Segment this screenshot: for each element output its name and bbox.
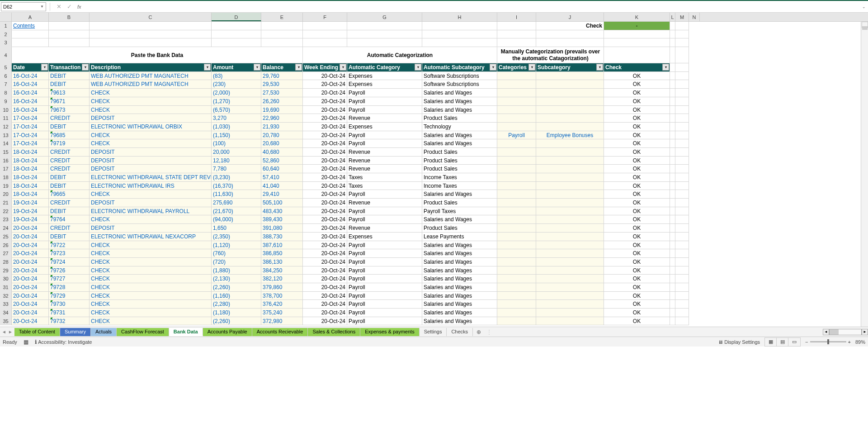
cell-txn[interactable]: 79764	[49, 215, 90, 224]
cell-auto-cat[interactable]: Payroll	[347, 241, 422, 250]
header-date[interactable]: Date▾	[12, 63, 49, 72]
cell-week[interactable]: 20-Oct-24	[303, 309, 347, 317]
cell[interactable]	[675, 241, 689, 250]
cell[interactable]	[675, 300, 689, 309]
sheet-tab-cashflow-forecast[interactable]: CashFlow Forecast	[117, 328, 169, 336]
cell[interactable]	[604, 38, 670, 47]
cell-auto-sub[interactable]: Salaries and Wages	[422, 97, 497, 106]
cell[interactable]	[303, 38, 347, 47]
cell[interactable]	[49, 38, 90, 47]
cell-amount[interactable]: (3,230)	[212, 173, 261, 182]
cell-auto-sub[interactable]: Salaries and Wages	[422, 292, 497, 300]
cell-auto-sub[interactable]: Salaries and Wages	[422, 139, 497, 148]
row-header[interactable]: 20	[0, 190, 12, 199]
cell-man-sub[interactable]	[536, 233, 604, 241]
cell[interactable]	[604, 47, 670, 63]
cell-auto-cat[interactable]: Taxes	[347, 182, 422, 190]
cell-desc[interactable]: CHECK	[90, 300, 212, 309]
cell-check[interactable]: OK	[604, 173, 670, 182]
cell[interactable]	[212, 38, 261, 47]
cell-date[interactable]: 18-Oct-24	[12, 173, 49, 182]
column-header-N[interactable]: N	[689, 13, 700, 21]
column-header-B[interactable]: B	[49, 13, 90, 21]
filter-icon[interactable]: ▾	[415, 64, 421, 71]
cell[interactable]	[303, 30, 347, 39]
cell-man-sub[interactable]	[536, 114, 604, 123]
cell-man-sub[interactable]	[536, 97, 604, 106]
cell-desc[interactable]: CHECK	[90, 97, 212, 106]
cell[interactable]	[670, 63, 675, 72]
cell-auto-cat[interactable]: Payroll	[347, 139, 422, 148]
cell-week[interactable]: 20-Oct-24	[303, 249, 347, 258]
cell[interactable]	[670, 89, 675, 97]
cell[interactable]	[675, 157, 689, 165]
cell-balance[interactable]: 20,780	[261, 131, 303, 140]
hscroll-left-icon[interactable]: ◄	[823, 329, 829, 335]
cell[interactable]	[670, 207, 675, 216]
cell[interactable]	[12, 30, 49, 39]
row-header[interactable]: 10	[0, 106, 12, 114]
cell-auto-cat[interactable]: Revenue	[347, 165, 422, 173]
cell[interactable]	[670, 182, 675, 190]
cell-txn[interactable]: CREDIT	[49, 165, 90, 173]
cell-man-sub[interactable]	[536, 275, 604, 283]
row-header[interactable]: 21	[0, 199, 12, 207]
filter-icon[interactable]: ▾	[528, 64, 535, 71]
cell-auto-sub[interactable]: Salaries and Wages	[422, 249, 497, 258]
row-header[interactable]: 33	[0, 300, 12, 309]
cell-auto-cat[interactable]: Revenue	[347, 114, 422, 123]
cell-man-sub[interactable]	[536, 207, 604, 216]
header-subcategory[interactable]: Subcategory▾	[536, 63, 604, 72]
column-header-C[interactable]: C	[90, 13, 212, 21]
cell-check[interactable]: OK	[604, 199, 670, 207]
cell-check[interactable]: OK	[604, 80, 670, 89]
vertical-scrollbar[interactable]	[861, 22, 868, 327]
cell-check[interactable]: OK	[604, 258, 670, 266]
cell-man-sub[interactable]: Employee Bonuses	[536, 131, 604, 140]
cell-txn[interactable]: CREDIT	[49, 148, 90, 157]
fx-icon[interactable]: fx	[75, 4, 84, 10]
cell-man-cat[interactable]	[497, 106, 536, 114]
cell-man-sub[interactable]	[536, 123, 604, 131]
cell-desc[interactable]: CHECK	[90, 258, 212, 266]
row-header[interactable]: 11	[0, 114, 12, 123]
cell[interactable]	[497, 38, 536, 47]
cell-auto-cat[interactable]: Expenses	[347, 72, 422, 81]
cell-amount[interactable]: (720)	[212, 258, 261, 266]
cell[interactable]	[670, 292, 675, 300]
hscroll-thumb[interactable]	[830, 329, 839, 335]
cell-auto-cat[interactable]: Payroll	[347, 131, 422, 140]
row-header[interactable]: 32	[0, 292, 12, 300]
sheet-tab-bank-data[interactable]: Bank Data	[169, 328, 203, 336]
cell-date[interactable]: 17-Oct-24	[12, 139, 49, 148]
expand-formula-icon[interactable]: ⌄	[860, 5, 868, 9]
cell[interactable]	[675, 309, 689, 317]
cell-amount[interactable]: (94,000)	[212, 215, 261, 224]
sheet-tab-summary[interactable]: Summary	[60, 328, 91, 336]
cell[interactable]	[670, 106, 675, 114]
row-header[interactable]: 30	[0, 275, 12, 283]
cell-check[interactable]: OK	[604, 72, 670, 81]
cell-date[interactable]: 18-Oct-24	[12, 182, 49, 190]
cell-txn[interactable]: 79665	[49, 190, 90, 199]
cell-amount[interactable]: (1,120)	[212, 241, 261, 250]
cell-date[interactable]: 16-Oct-24	[12, 80, 49, 89]
cell[interactable]	[670, 258, 675, 266]
cell[interactable]	[670, 224, 675, 233]
cell[interactable]	[497, 30, 536, 39]
cell-date[interactable]: 20-Oct-24	[12, 258, 49, 266]
cell-check[interactable]: OK	[604, 249, 670, 258]
cell-amount[interactable]: (16,370)	[212, 182, 261, 190]
cell-auto-sub[interactable]: Salaries and Wages	[422, 106, 497, 114]
cell[interactable]	[670, 139, 675, 148]
cell-auto-sub[interactable]: Technology	[422, 123, 497, 131]
cell-txn[interactable]: 79723	[49, 249, 90, 258]
cell-desc[interactable]: CHECK	[90, 215, 212, 224]
cell[interactable]	[670, 38, 675, 47]
cell-week[interactable]: 20-Oct-24	[303, 190, 347, 199]
header-description[interactable]: Description▾	[90, 63, 212, 72]
cell-amount[interactable]: (1,150)	[212, 131, 261, 140]
cell-txn[interactable]: DEBIT	[49, 207, 90, 216]
cell-week[interactable]: 20-Oct-24	[303, 97, 347, 106]
header-check[interactable]: Check▾	[604, 63, 670, 72]
